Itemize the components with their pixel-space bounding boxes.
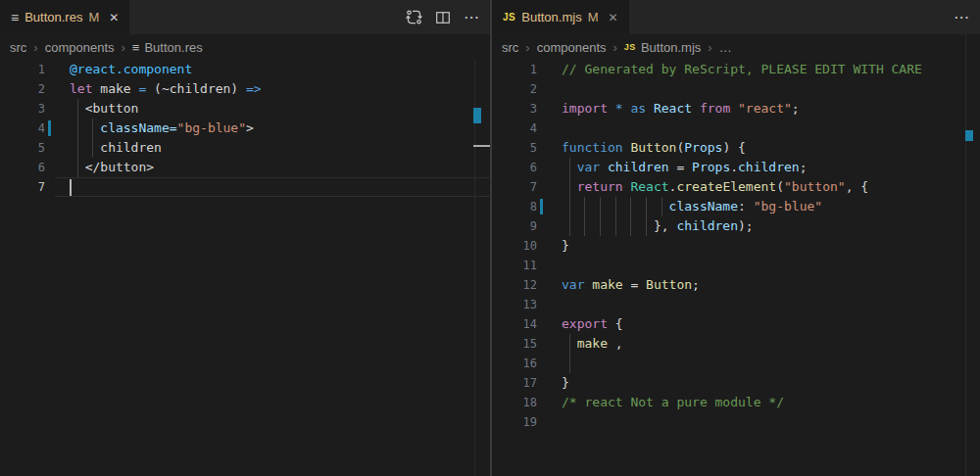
line-number[interactable]: 1 (492, 60, 537, 79)
code-line[interactable]: 9 }, children); (492, 216, 980, 236)
line-number[interactable]: 6 (0, 158, 45, 177)
line-number[interactable]: 12 (492, 275, 537, 295)
code-line[interactable]: 2 (492, 79, 980, 99)
indent-guide (569, 334, 570, 354)
tab-button-mjs[interactable]: JS Button.mjs M ✕ (492, 0, 629, 34)
breadcrumb-item-file[interactable]: Button.mjs (641, 40, 701, 55)
code-line[interactable]: 13 (492, 295, 980, 314)
line-number[interactable]: 5 (0, 138, 45, 158)
split-editor-icon[interactable] (435, 10, 451, 25)
code-line[interactable]: 11 (492, 256, 980, 275)
code-line[interactable]: 10} (492, 236, 980, 256)
code-line[interactable]: 4 className="bg-blue"> (0, 119, 490, 138)
breadcrumb-item-components[interactable]: components (537, 40, 607, 55)
code-area-left[interactable]: 1@react.component2let make = (~children)… (0, 60, 490, 476)
code-line[interactable]: 3 <button (0, 99, 490, 119)
indent-guide (569, 216, 570, 236)
line-number[interactable]: 8 (492, 197, 537, 216)
line-number[interactable]: 15 (492, 334, 537, 354)
vscode-window: ≡ Button.res M ✕ (0, 0, 980, 476)
line-number[interactable]: 16 (492, 354, 537, 373)
line-number[interactable]: 9 (492, 216, 537, 236)
line-number[interactable]: 17 (492, 373, 537, 393)
line-number[interactable]: 14 (492, 314, 537, 334)
line-number[interactable]: 7 (492, 177, 537, 197)
line-number[interactable]: 4 (492, 119, 537, 138)
code-line[interactable]: 1// Generated by ReScript, PLEASE EDIT W… (492, 60, 980, 79)
breadcrumb-item-src[interactable]: src (502, 40, 518, 55)
indent-guide (584, 197, 585, 216)
breadcrumb-symbol-ellipsis[interactable]: … (719, 40, 732, 55)
line-number[interactable]: 6 (492, 158, 537, 177)
line-number[interactable]: 7 (0, 177, 45, 197)
line-number[interactable]: 3 (0, 99, 45, 119)
indent-guide (584, 216, 585, 236)
line-number[interactable]: 10 (492, 236, 537, 256)
code-line[interactable]: 1@react.component (0, 60, 490, 79)
text-cursor (70, 179, 72, 196)
code-line-text: var make = Button; (562, 275, 980, 295)
line-number[interactable]: 11 (492, 256, 537, 275)
code-line[interactable]: 5function Button(Props) { (492, 138, 980, 158)
code-line[interactable]: 18/* react Not a pure module */ (492, 393, 980, 412)
code-line[interactable]: 12var make = Button; (492, 275, 980, 295)
close-icon[interactable]: ✕ (109, 11, 119, 24)
indent-guide (646, 197, 647, 216)
line-number[interactable]: 3 (492, 99, 537, 119)
indent-guide (569, 197, 570, 216)
overview-ruler-modified-marker (473, 108, 481, 123)
code-line[interactable]: 6 </button> (0, 158, 490, 177)
code-line-text: function Button(Props) { (562, 138, 980, 158)
code-line[interactable]: 2let make = (~children) => (0, 79, 490, 99)
chevron-right-icon: › (525, 40, 529, 55)
more-actions-icon[interactable]: ⋯ (954, 10, 970, 25)
code-line[interactable]: 4 (492, 119, 980, 138)
code-line[interactable]: 5 children (0, 138, 490, 158)
code-area-right[interactable]: 1// Generated by ReScript, PLEASE EDIT W… (492, 60, 980, 476)
open-changes-icon[interactable] (406, 9, 422, 25)
tab-label: Button.mjs (521, 10, 581, 24)
code-line-text: @react.component (70, 60, 490, 79)
line-number[interactable]: 13 (492, 295, 537, 314)
file-list-icon: ≡ (11, 11, 19, 24)
breadcrumb-right: src › components › JS Button.mjs › … (492, 34, 980, 60)
breadcrumb-left: src › components › ≡ Button.res (0, 34, 490, 60)
code-line[interactable]: 17} (492, 373, 980, 393)
code-line[interactable]: 19 (492, 412, 980, 432)
more-actions-icon[interactable]: ⋯ (464, 10, 480, 25)
line-number[interactable]: 2 (492, 79, 537, 99)
code-line-text: className="bg-blue"> (70, 119, 490, 138)
line-number[interactable]: 19 (492, 412, 537, 432)
breadcrumb-item-components[interactable]: components (45, 40, 115, 55)
overview-ruler-cursor-marker (473, 145, 490, 147)
chevron-right-icon: › (708, 40, 711, 55)
code-line[interactable]: 16 (492, 354, 980, 373)
editor-pane-left: ≡ Button.res M ✕ (0, 0, 490, 476)
line-number[interactable]: 5 (492, 138, 537, 158)
line-number[interactable]: 2 (0, 79, 45, 99)
close-icon[interactable]: ✕ (609, 11, 618, 24)
breadcrumb-item-src[interactable]: src (10, 40, 26, 55)
current-line-highlight (55, 177, 490, 197)
line-number[interactable]: 18 (492, 393, 537, 412)
code-line[interactable]: 3import * as React from "react"; (492, 99, 980, 119)
code-line[interactable]: 14export { (492, 314, 980, 334)
code-line[interactable]: 7 return React.createElement("button", { (492, 177, 980, 197)
code-line-text: import * as React from "react"; (562, 99, 980, 119)
breadcrumb-item-file[interactable]: Button.res (144, 40, 202, 55)
indent-guide (569, 354, 570, 373)
code-line-text: make , (562, 334, 980, 354)
tab-bar-left: ≡ Button.res M ✕ (0, 0, 490, 34)
indent-guide (77, 99, 78, 119)
code-line-text: <button (70, 99, 490, 119)
line-number[interactable]: 4 (0, 119, 45, 138)
code-line[interactable]: 6 var children = Props.children; (492, 158, 980, 177)
line-number[interactable]: 1 (0, 60, 45, 79)
code-line[interactable]: 7 (0, 177, 490, 197)
overview-ruler-modified-marker (965, 130, 973, 141)
tab-button-res[interactable]: ≡ Button.res M ✕ (0, 0, 129, 34)
indent-guide (77, 158, 78, 177)
code-line[interactable]: 8 className: "bg-blue" (492, 197, 980, 216)
overview-ruler-border (965, 34, 966, 476)
code-line[interactable]: 15 make , (492, 334, 980, 354)
